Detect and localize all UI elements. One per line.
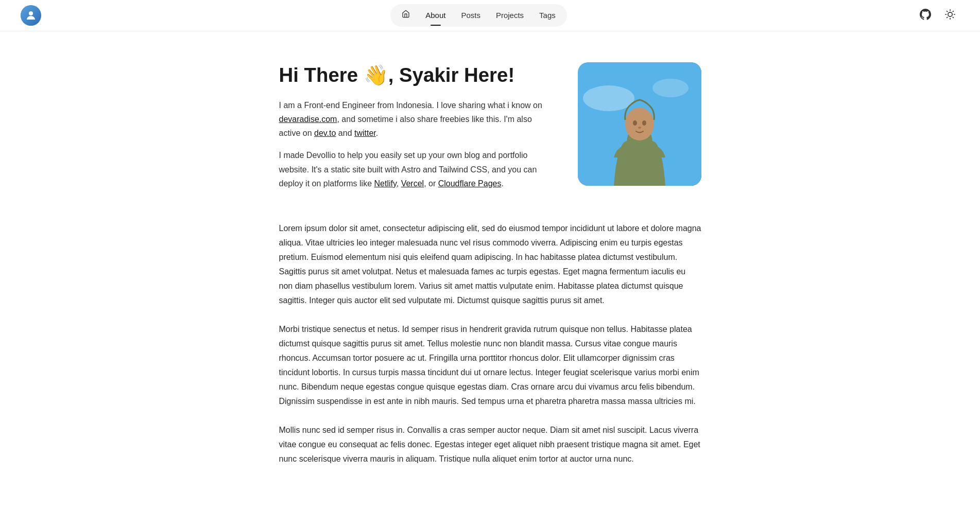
intro-text-1: I am a Front-end Engineer from Indonesia… (279, 101, 542, 110)
hero-description: I made Devollio to help you easily set u… (279, 148, 547, 190)
body-text-section: Lorem ipsum dolor sit amet, consectetur … (279, 221, 701, 466)
person-illustration (578, 62, 701, 186)
theme-toggle-button[interactable] (941, 6, 959, 25)
hero-text: Hi There 👋, Syakir Here! I am a Front-en… (279, 62, 547, 190)
vercel-link[interactable]: Vercel (401, 179, 424, 188)
svg-point-0 (29, 11, 33, 15)
nav-center: About Posts Projects Tags (390, 4, 567, 27)
nav-item-projects[interactable]: Projects (489, 6, 531, 25)
hero-section: Hi There 👋, Syakir Here! I am a Front-en… (279, 62, 701, 190)
nav-item-tags[interactable]: Tags (532, 6, 563, 25)
svg-point-11 (583, 85, 634, 111)
svg-line-8 (947, 17, 948, 17)
svg-point-1 (948, 12, 952, 16)
svg-line-9 (953, 11, 953, 11)
devto-link[interactable]: dev.to (314, 129, 336, 137)
nav-item-home[interactable] (394, 6, 417, 25)
nav-item-posts[interactable]: Posts (454, 6, 488, 25)
svg-line-4 (947, 11, 948, 11)
nav-right (916, 6, 959, 25)
netlify-link[interactable]: Netlify (374, 179, 396, 188)
avatar (21, 5, 41, 26)
devaradise-link[interactable]: devaradise.com (279, 115, 337, 124)
nav-tags-label: Tags (539, 9, 556, 22)
github-icon (920, 9, 931, 23)
svg-line-5 (953, 17, 953, 17)
cloudflare-link[interactable]: Cloudflare Pages (438, 179, 502, 188)
svg-point-15 (642, 120, 646, 126)
svg-point-16 (638, 127, 641, 129)
nav-about-label: About (425, 9, 445, 22)
sun-icon (945, 9, 955, 22)
hero-image (578, 62, 701, 186)
nav-posts-label: Posts (461, 9, 480, 22)
body-paragraph-1: Lorem ipsum dolor sit amet, consectetur … (279, 221, 701, 308)
body-paragraph-2: Morbi tristique senectus et netus. Id se… (279, 322, 701, 409)
svg-point-13 (625, 108, 654, 140)
nav-logo[interactable] (21, 5, 41, 26)
nav-item-about[interactable]: About (418, 6, 453, 25)
nav-projects-label: Projects (496, 9, 524, 22)
body-paragraph-3: Mollis nunc sed id semper risus in. Conv… (279, 423, 701, 466)
svg-point-14 (633, 120, 637, 126)
hero-title: Hi There 👋, Syakir Here! (279, 62, 547, 88)
home-icon (402, 9, 410, 22)
main-content: Hi There 👋, Syakir Here! I am a Front-en… (259, 31, 722, 501)
navbar: About Posts Projects Tags (0, 0, 980, 31)
github-button[interactable] (916, 6, 935, 25)
twitter-link[interactable]: twitter (354, 129, 376, 137)
svg-point-12 (652, 79, 689, 97)
hero-intro: I am a Front-end Engineer from Indonesia… (279, 98, 547, 140)
hero-image-wrap (578, 62, 701, 186)
